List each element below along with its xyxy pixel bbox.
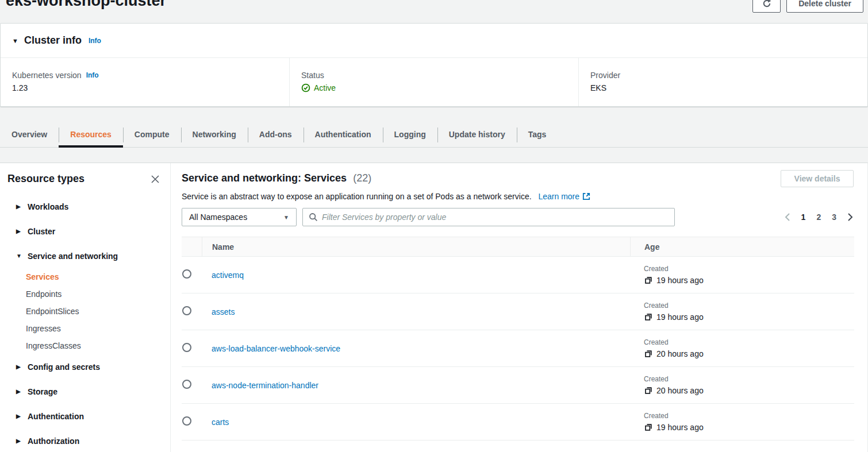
row-radio-button[interactable] xyxy=(182,343,191,352)
sidebar-group-storage[interactable]: ▶ Storage xyxy=(0,379,170,404)
learn-more-link[interactable]: Learn more xyxy=(538,192,591,201)
copy-icon[interactable] xyxy=(644,276,653,285)
eks-cluster-page: eks-workshop-cluster Delete cluster ▼ Cl… xyxy=(0,0,868,452)
field-kubernetes-version: Kubernetes version Info 1.23 xyxy=(1,58,289,106)
view-details-button[interactable]: View details xyxy=(781,170,854,187)
services-panel: Service and networking: Services (22) Vi… xyxy=(171,163,867,452)
tab-networking[interactable]: Networking xyxy=(181,122,248,147)
table-row: assets Created 19 hours ago xyxy=(182,293,854,330)
service-name-link[interactable]: assets xyxy=(212,307,235,316)
services-heading: Service and networking: Services (22) xyxy=(182,172,371,184)
tab-compute[interactable]: Compute xyxy=(123,122,181,147)
sidebar-group-authentication[interactable]: ▶ Authentication xyxy=(0,404,170,428)
refresh-icon xyxy=(762,0,771,8)
sidebar-group-config-and-secrets[interactable]: ▶ Config and secrets xyxy=(0,354,170,379)
chevron-down-icon: ▼ xyxy=(283,214,289,221)
age-created-label: Created xyxy=(644,265,854,273)
page-3-button[interactable]: 3 xyxy=(832,213,836,222)
age-time-value: 19 hours ago xyxy=(656,312,704,322)
sidebar-group-authorization[interactable]: ▶ Authorization xyxy=(0,428,170,452)
close-icon xyxy=(151,175,160,184)
services-count: (22) xyxy=(353,172,371,184)
copy-icon[interactable] xyxy=(644,349,653,358)
tab-logging[interactable]: Logging xyxy=(383,122,437,147)
sidebar-item-endpointslices[interactable]: EndpointSlices xyxy=(0,303,170,320)
age-created-label: Created xyxy=(644,412,854,420)
sidebar-item-endpoints[interactable]: Endpoints xyxy=(0,285,170,303)
resource-type-list: ▶ Workloads ▶ Cluster ▼ Service and netw… xyxy=(0,194,170,452)
service-name-link[interactable]: activemq xyxy=(212,271,244,280)
row-radio-button[interactable] xyxy=(182,306,191,315)
table-row: aws-load-balancer-webhook-service Create… xyxy=(182,330,854,367)
previous-page-button[interactable] xyxy=(784,213,790,222)
tab-tags[interactable]: Tags xyxy=(517,122,558,147)
kubernetes-version-label: Kubernetes version xyxy=(12,71,82,80)
expand-icon: ▶ xyxy=(16,413,28,419)
table-header: Name Age xyxy=(182,237,854,257)
name-column-header: Name xyxy=(202,237,630,256)
chevron-right-icon xyxy=(847,213,854,222)
namespace-filter-value: All Namespaces xyxy=(189,213,247,222)
namespace-filter-dropdown[interactable]: All Namespaces ▼ xyxy=(182,208,297,226)
kubernetes-version-info-link[interactable]: Info xyxy=(86,71,99,79)
row-radio-button[interactable] xyxy=(182,416,191,426)
kubernetes-version-value: 1.23 xyxy=(12,83,289,92)
cluster-info-info-link[interactable]: Info xyxy=(89,37,101,45)
cluster-info-title: Cluster info xyxy=(24,34,82,47)
page-1-button[interactable]: 1 xyxy=(801,213,806,222)
service-name-link[interactable]: aws-node-termination-handler xyxy=(212,381,318,390)
expand-icon: ▶ xyxy=(16,203,28,210)
age-time-value: 20 hours ago xyxy=(656,349,704,358)
services-table: Name Age activemq Created 19 hours ago a… xyxy=(182,237,854,452)
status-value: Active xyxy=(314,83,336,92)
tab-resources[interactable]: Resources xyxy=(59,122,123,147)
table-row: Created xyxy=(182,441,854,452)
tab-authentication[interactable]: Authentication xyxy=(304,122,383,147)
sidebar-title: Resource types xyxy=(7,173,85,185)
sidebar-group-cluster[interactable]: ▶ Cluster xyxy=(0,219,170,244)
services-filter-input[interactable] xyxy=(322,213,669,222)
row-radio-button[interactable] xyxy=(182,380,191,389)
service-name-link[interactable]: carts xyxy=(212,418,229,427)
row-radio-button[interactable] xyxy=(182,269,191,279)
service-and-networking-items: Services Endpoints EndpointSlices Ingres… xyxy=(0,268,170,354)
sidebar-group-workloads[interactable]: ▶ Workloads xyxy=(0,194,170,219)
age-time-value: 19 hours ago xyxy=(656,276,704,285)
field-status: Status Active xyxy=(289,58,578,106)
service-name-link[interactable]: aws-load-balancer-webhook-service xyxy=(212,344,340,353)
age-time-value: 20 hours ago xyxy=(656,386,704,395)
collapse-section-icon[interactable]: ▼ xyxy=(12,37,18,44)
next-page-button[interactable] xyxy=(847,213,854,222)
cluster-info-fields: Kubernetes version Info 1.23 Status Acti… xyxy=(1,58,867,106)
external-link-icon xyxy=(582,192,591,201)
page-2-button[interactable]: 2 xyxy=(816,213,821,222)
cluster-tabs: Overview Resources Compute Networking Ad… xyxy=(0,107,868,148)
expand-icon: ▶ xyxy=(16,438,28,444)
sidebar-group-service-and-networking[interactable]: ▼ Service and networking xyxy=(0,244,170,268)
copy-icon[interactable] xyxy=(644,312,653,322)
collapse-icon: ▼ xyxy=(16,253,28,259)
expand-icon: ▶ xyxy=(16,364,28,370)
tab-add-ons[interactable]: Add-ons xyxy=(248,122,304,147)
age-created-label: Created xyxy=(644,302,854,310)
sidebar-item-ingressclasses[interactable]: IngressClasses xyxy=(0,337,170,354)
expand-icon: ▶ xyxy=(16,228,28,234)
delete-cluster-button[interactable]: Delete cluster xyxy=(786,0,863,13)
close-sidebar-button[interactable] xyxy=(149,173,161,185)
copy-icon[interactable] xyxy=(644,386,653,395)
cluster-info-card: ▼ Cluster info Info Kubernetes version I… xyxy=(0,23,868,107)
copy-icon[interactable] xyxy=(644,423,653,432)
sidebar-item-ingresses[interactable]: Ingresses xyxy=(0,320,170,337)
table-row: activemq Created 19 hours ago xyxy=(182,257,854,293)
resource-types-sidebar: Resource types ▶ Workloads ▶ Cluster ▼ S… xyxy=(0,163,171,452)
refresh-button[interactable] xyxy=(752,0,781,13)
tab-overview[interactable]: Overview xyxy=(0,122,59,147)
field-provider: Provider EKS xyxy=(578,58,867,106)
chevron-left-icon xyxy=(784,213,790,222)
tab-update-history[interactable]: Update history xyxy=(437,122,517,147)
pagination: 1 2 3 xyxy=(784,208,854,226)
services-description: Service is an abstract way to expose an … xyxy=(182,192,591,201)
status-badge: Active xyxy=(301,83,578,92)
status-label: Status xyxy=(301,71,324,80)
sidebar-item-services[interactable]: Services xyxy=(0,268,170,285)
